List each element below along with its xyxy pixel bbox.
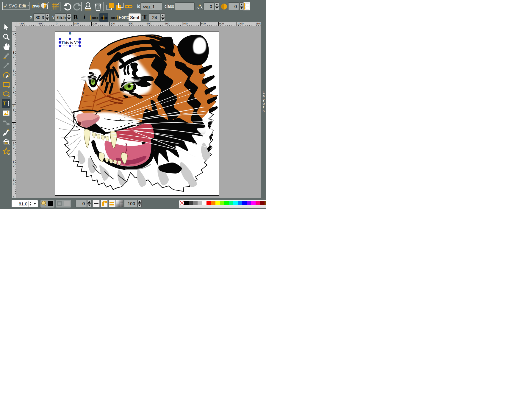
svg-text:0: 0 [13,32,14,35]
svg-text:500: 500 [147,22,151,25]
svg-text:-100: -100 [38,22,43,25]
svg-text:0: 0 [13,110,14,113]
svg-text:abcd: abcd [92,16,98,19]
svg-text:This is V7: This is V7 [61,40,79,45]
svg-text:200: 200 [92,22,97,25]
svg-text:SVG: SVG [33,4,40,8]
svg-text:0: 0 [13,55,14,58]
svg-text:400: 400 [129,22,133,25]
svg-text:100: 100 [74,22,79,25]
svg-text:800: 800 [201,22,206,25]
svg-text:-200: -200 [20,22,25,25]
svg-text:0: 0 [13,73,14,77]
svg-text:700: 700 [183,22,188,25]
svg-text:0: 0 [13,164,14,167]
svg-text:0: 0 [56,22,57,25]
svg-text:ab: ab [101,16,104,19]
svg-text:1100: 1100 [256,22,262,25]
svg-text:1000: 1000 [237,22,244,25]
svg-text:300: 300 [110,22,115,25]
svg-text:600: 600 [165,22,170,25]
svg-text:cd: cd [104,16,108,19]
svg-text:0: 0 [13,128,14,131]
svg-text:0: 0 [13,182,14,185]
svg-text:abcd: abcd [111,16,117,19]
svg-text:900: 900 [219,22,224,25]
svg-text:T: T [3,100,7,107]
svg-text:0: 0 [13,91,14,95]
svg-text:0: 0 [13,146,14,149]
